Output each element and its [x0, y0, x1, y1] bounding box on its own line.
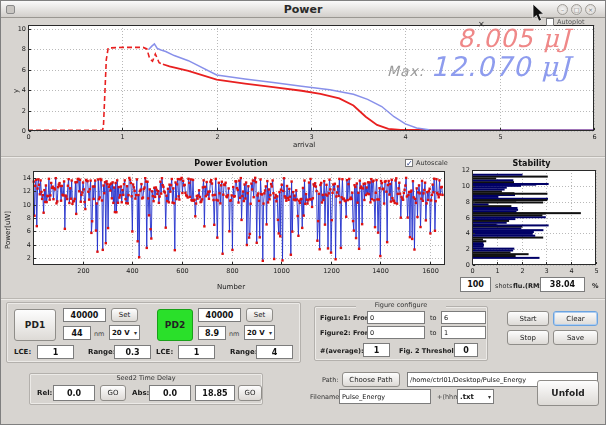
abs-input[interactable]: [149, 385, 191, 401]
pd2-nm-label: nm: [229, 330, 239, 338]
pd2-lce-input[interactable]: [178, 345, 215, 359]
autoplot-checkbox[interactable]: Autoplot: [546, 18, 585, 26]
rms-input[interactable]: [540, 277, 585, 292]
shots-input[interactable]: [460, 277, 491, 292]
max-energy-value: 12.070: [431, 51, 531, 82]
pd2-set-button[interactable]: Set: [246, 308, 273, 322]
max-energy-readout: Max:12.070 μJ: [387, 51, 571, 82]
shots-label: shots: [495, 282, 512, 290]
pd2-voltage-value: 20 V: [247, 329, 265, 337]
average-label: #(average):: [320, 347, 364, 355]
current-energy-readout: 8.005 μJ: [457, 24, 571, 53]
pd1-button[interactable]: PD1: [14, 309, 56, 341]
pd1-wavelength-input[interactable]: [63, 326, 91, 340]
unfold-button[interactable]: Unfold: [537, 380, 599, 406]
energy-plot-xlabel: arrival: [4, 141, 604, 149]
pd1-range-label: Range:: [88, 348, 116, 356]
pd2-freq-input[interactable]: [198, 308, 241, 322]
fig1-from-input[interactable]: [367, 311, 425, 324]
stop-button[interactable]: Stop: [507, 330, 549, 345]
energy-plot-ylabel: y: [12, 89, 20, 93]
close-icon[interactable]: ×: [585, 4, 596, 15]
fig1-to-label: to: [430, 314, 437, 322]
window-title: Power: [1, 3, 605, 16]
power-window: Power – □ × y arrival 8.005 μJ Max:12.07…: [0, 0, 606, 425]
percent-label: %: [592, 282, 599, 290]
power-evolution-plot[interactable]: [9, 158, 453, 292]
fig2-to-label: to: [430, 329, 437, 337]
pd1-freq-input[interactable]: [63, 308, 106, 322]
rel-input[interactable]: [53, 385, 95, 401]
seed2-title: Seed2 Time Delay: [29, 374, 263, 382]
minimize-icon[interactable]: –: [557, 4, 568, 15]
autoscale-checkbox[interactable]: ✓ Autoscale: [405, 159, 448, 167]
pd1-lce-input[interactable]: [37, 345, 74, 359]
pd1-range-input[interactable]: [114, 345, 151, 359]
rel-label: Rel:: [37, 389, 52, 397]
stability-plot[interactable]: [459, 158, 604, 292]
threshold-label: Fig. 2 Threshold:: [399, 347, 461, 355]
pd1-lce-label: LCE:: [14, 348, 31, 356]
pd2-wavelength-input[interactable]: [198, 326, 226, 340]
chevron-down-icon: ▾: [134, 329, 137, 336]
fig2-from-label: Figure2: From: [320, 329, 371, 337]
pd2-button[interactable]: PD2: [157, 309, 193, 341]
autoscale-label: Autoscale: [416, 159, 448, 167]
path-label: Path:: [322, 376, 338, 384]
chevron-down-icon: ▾: [488, 393, 491, 400]
choose-path-button[interactable]: Choose Path: [342, 372, 400, 387]
pd1-voltage-value: 20 V: [112, 329, 130, 337]
pd1-nm-label: nm: [94, 330, 104, 338]
pd1-voltage-select[interactable]: 20 V ▾: [109, 325, 140, 340]
power-evolution-xlabel: Number: [9, 283, 453, 291]
figure-configure-title: Figure configure: [356, 301, 446, 309]
max-label: Max:: [387, 63, 425, 79]
filename-input[interactable]: [339, 389, 431, 404]
pd2-lce-label: LCE:: [156, 348, 173, 356]
power-evolution-title: Power Evolution: [9, 159, 453, 168]
abs-label: Abs:: [132, 389, 149, 397]
pd2-voltage-select[interactable]: 20 V ▾: [244, 325, 275, 340]
chevron-down-icon: ▾: [269, 329, 272, 336]
autoplot-label: Autoplot: [557, 18, 585, 26]
start-button[interactable]: Start: [507, 311, 549, 326]
mouse-cursor-icon: [532, 3, 546, 23]
section-divider-bottom: [1, 298, 605, 300]
fig2-from-input[interactable]: [367, 326, 425, 339]
clear-button[interactable]: Clear: [553, 311, 598, 326]
filename-label: Filename:: [310, 393, 342, 401]
fig1-from-label: Figure1: From: [320, 314, 371, 322]
maximize-icon[interactable]: □: [571, 4, 582, 15]
current-energy-unit: μJ: [543, 24, 571, 53]
current-energy-value: 8.005: [457, 24, 534, 53]
save-button[interactable]: Save: [553, 330, 598, 345]
abs-go-button[interactable]: GO: [238, 385, 262, 401]
extension-value: .txt: [460, 393, 474, 401]
threshold-input[interactable]: [454, 343, 478, 357]
fig2-to-input[interactable]: [441, 326, 486, 339]
rel-go-button[interactable]: GO: [100, 385, 126, 401]
stability-title: Stability: [459, 159, 604, 168]
pd2-range-input[interactable]: [256, 345, 293, 359]
power-evolution-ylabel: Power[uW]: [4, 211, 12, 249]
autoscale-checkbox-box: ✓: [405, 159, 413, 167]
datatip-x-icon: ✕: [478, 20, 485, 29]
pd2-range-label: Range:: [230, 348, 258, 356]
average-input[interactable]: [363, 343, 390, 357]
abs-readback-input[interactable]: [195, 385, 235, 401]
fig1-to-input[interactable]: [441, 311, 486, 324]
titlebar[interactable]: Power – □ ×: [1, 1, 605, 18]
max-energy-unit: μJ: [541, 51, 571, 82]
pd1-set-button[interactable]: Set: [111, 308, 138, 322]
extension-select[interactable]: .txt ▾: [457, 389, 494, 404]
autoplot-checkbox-box: [546, 18, 554, 26]
